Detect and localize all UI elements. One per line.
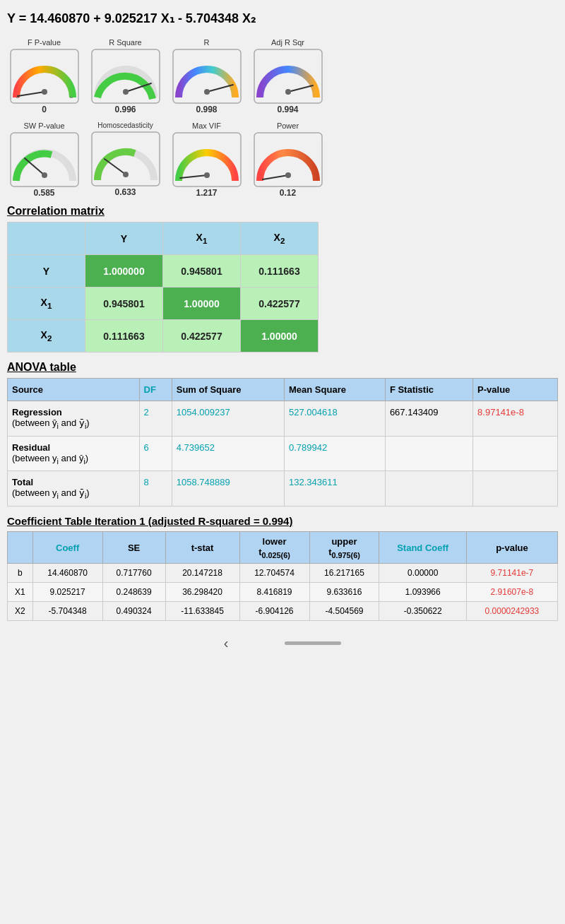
anova-df-reg: 2 <box>139 401 172 437</box>
gauge-vif-label: Max VIF <box>192 122 221 130</box>
coeff-h-var <box>8 531 33 564</box>
anova-ss-tot: 1058.748889 <box>172 471 284 507</box>
corr-x1y: 0.945801 <box>85 288 163 320</box>
gauge-power-label: Power <box>277 122 299 130</box>
coeff-upper-b: 16.217165 <box>309 564 379 583</box>
corr-row-x2: X2 0.111663 0.422577 1.00000 <box>8 320 319 353</box>
gauge-sw: SW P-value 0.585 <box>7 122 81 198</box>
coeff-stand-b: 0.00000 <box>379 564 466 583</box>
gauge-vif-value-text: 1.217 <box>196 188 217 198</box>
svg-point-9 <box>204 89 210 95</box>
coeff-upper-x2: -4.504569 <box>309 602 379 621</box>
anova-ms-tot: 132.343611 <box>285 471 386 507</box>
corr-row-x1: X1 0.945801 1.00000 0.422577 <box>8 288 319 320</box>
anova-h-source: Source <box>8 379 140 401</box>
anova-p-tot <box>473 471 558 507</box>
corr-label-x1: X1 <box>8 288 85 320</box>
svg-line-8 <box>207 85 233 92</box>
coeff-coeff-b: 14.460870 <box>32 564 102 583</box>
coeff-header-row: Coeff SE t-stat lowert0.025(6) uppert0.9… <box>8 531 558 564</box>
corr-x2y: 0.111663 <box>85 320 163 353</box>
back-button[interactable]: ‹ <box>224 635 229 651</box>
svg-line-14 <box>25 158 44 175</box>
svg-point-15 <box>42 172 47 178</box>
coeff-var-x1: X1 <box>8 583 33 602</box>
gauge-homo: Homoscedasticity 0.633 <box>88 122 162 198</box>
anova-ms-res: 0.789942 <box>285 436 386 471</box>
coeff-row-b: b 14.460870 0.717760 20.147218 12.704574… <box>8 564 558 583</box>
corr-yy: 1.000000 <box>85 255 163 288</box>
coeff-row-x1: X1 9.025217 0.248639 36.298420 8.416819 … <box>8 583 558 602</box>
svg-point-12 <box>285 89 291 95</box>
anova-source-res: Residual(between yi and ŷi) <box>8 436 140 471</box>
anova-p-reg: 8.97141e-8 <box>473 401 558 437</box>
gauge-fp-value-text: 0 <box>42 105 47 114</box>
coeff-h-tstat: t-stat <box>165 531 239 564</box>
coeff-tstat-b: 20.147218 <box>165 564 239 583</box>
anova-header-row: Source DF Sum of Square Mean Square F St… <box>8 379 558 401</box>
anova-source-tot: Total(between yi and ȳi) <box>8 471 140 507</box>
anova-ss-reg: 1054.009237 <box>172 401 284 437</box>
coeff-stand-x2: -0.350622 <box>379 602 466 621</box>
coeff-se-x2: 0.490324 <box>102 602 165 621</box>
anova-title: ANOVA table <box>7 361 558 374</box>
corr-title: Correlation matrix <box>7 205 558 218</box>
anova-f-res <box>385 436 472 471</box>
gauge-vif-svg <box>172 131 242 188</box>
gauge-power-svg <box>253 131 323 188</box>
gauge-adjr-label: Adj R Sqr <box>271 38 304 47</box>
anova-f-tot <box>385 471 472 507</box>
anova-df-tot: 8 <box>139 471 172 507</box>
gauge-rsquare-label: R Square <box>109 38 141 47</box>
svg-point-24 <box>285 172 291 178</box>
coeff-row-x2: X2 -5.704348 0.490324 -11.633845 -6.9041… <box>8 602 558 621</box>
svg-rect-16 <box>11 133 78 186</box>
anova-ms-reg: 527.004618 <box>285 401 386 437</box>
gauges-row-2: SW P-value 0.585 Homoscedasticity 0.633 … <box>7 122 558 198</box>
corr-x1x2: 0.422577 <box>241 288 319 320</box>
anova-row-regression: Regression(between ŷi and ȳi) 2 1054.009… <box>8 401 558 437</box>
gauge-r-value-text: 0.998 <box>196 105 217 114</box>
gauge-sw-value-text: 0.585 <box>33 188 54 198</box>
svg-rect-22 <box>173 133 241 186</box>
svg-line-2 <box>18 92 44 96</box>
anova-df-res: 6 <box>139 436 172 471</box>
gauge-r-svg <box>172 48 242 105</box>
coeff-tstat-x1: 36.298420 <box>165 583 239 602</box>
gauge-adjr-svg <box>253 48 323 105</box>
bottom-bar: ‹ <box>7 635 558 651</box>
svg-point-3 <box>42 89 47 95</box>
coeff-pval-x2: 0.0000242933 <box>466 602 557 621</box>
coeff-se-b: 0.717760 <box>102 564 165 583</box>
correlation-matrix: Y X1 X2 Y 1.000000 0.945801 0.111663 X1 … <box>7 222 319 353</box>
gauge-sw-label: SW P-value <box>23 122 64 130</box>
svg-point-6 <box>123 89 129 95</box>
svg-point-21 <box>204 172 210 178</box>
coeff-lower-b: 12.704574 <box>239 564 309 583</box>
corr-yx1: 0.945801 <box>163 255 241 288</box>
gauge-r: R 0.998 <box>170 38 244 114</box>
gauge-rsquare-value-text: 0.996 <box>114 105 136 114</box>
coeff-h-coeff: Coeff <box>32 531 102 564</box>
coefficient-table: Coeff SE t-stat lowert0.025(6) uppert0.9… <box>7 531 558 622</box>
home-indicator <box>285 641 341 645</box>
coeff-lower-x1: 8.416819 <box>239 583 309 602</box>
anova-h-ss: Sum of Square <box>172 379 284 401</box>
corr-x1x1: 1.00000 <box>163 288 241 320</box>
coeff-var-b: b <box>8 564 33 583</box>
coeff-upper-x1: 9.633616 <box>309 583 379 602</box>
corr-h1: Y <box>85 223 163 255</box>
coeff-h-upper: uppert0.975(6) <box>309 531 379 564</box>
coeff-tstat-x2: -11.633845 <box>165 602 239 621</box>
corr-label-y: Y <box>8 255 85 288</box>
coeff-h-stand: Stand Coeff <box>379 531 466 564</box>
anova-table: Source DF Sum of Square Mean Square F St… <box>7 378 558 507</box>
gauge-vif: Max VIF 1.217 <box>170 122 244 198</box>
equation: Y = 14.460870 + 9.025217 X₁ - 5.704348 X… <box>7 7 558 30</box>
gauge-sw-svg <box>9 131 80 188</box>
gauges-row-1: F P-value 0 R Square <box>7 38 558 114</box>
anova-h-df: DF <box>139 379 172 401</box>
coeff-lower-x2: -6.904126 <box>239 602 309 621</box>
corr-x2x2: 1.00000 <box>241 320 319 353</box>
coeff-h-se: SE <box>102 531 165 564</box>
